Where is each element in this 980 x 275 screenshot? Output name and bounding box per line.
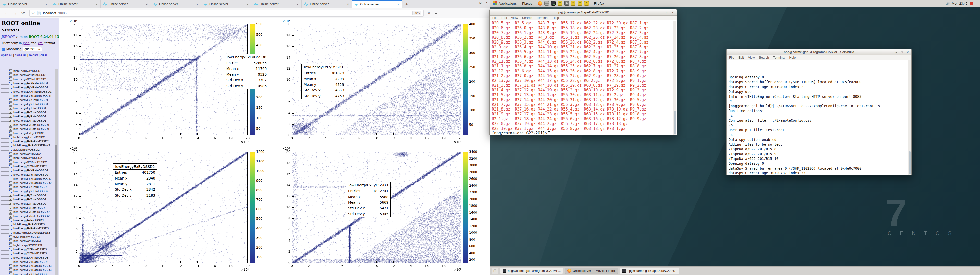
tab-close-icon[interactable]: × [195, 2, 199, 6]
x-axis-ticks: 02468101214161820 [292, 264, 460, 268]
jsroot-link[interactable]: JSROOT [2, 35, 15, 39]
menu-item[interactable]: Search [759, 56, 769, 59]
browser-tab[interactable]: Online server × [50, 0, 100, 8]
terminal-title-bar[interactable]: npg@carme-gsi:/TapeData/G22-201 – □ ✕ [490, 9, 676, 16]
reload-icon[interactable]: ⟳ [21, 11, 25, 15]
new-tab-button[interactable]: + [403, 0, 410, 8]
tab-close-icon[interactable]: × [296, 2, 299, 6]
histogram-tree: highEnergyXYDSSD1 lowEnergyXYRateDSSD1 l… [0, 69, 55, 275]
minimize-button[interactable]: – [896, 51, 897, 54]
minimize-button[interactable]: – [661, 11, 662, 14]
grid-layout-select[interactable]: grid 2x2⌄ [23, 47, 42, 51]
stat-row: Std Dev x2342 [113, 186, 157, 192]
url-bar[interactable]: 🛡 📄 localhost:8085 90% [29, 9, 424, 17]
menu-item[interactable]: Edit [738, 56, 744, 59]
terminal-output[interactable]: Opening dataspy 0dataSpy Shared buffer a… [727, 60, 912, 175]
tree-branch-line [1, 213, 9, 217]
tab-close-icon[interactable]: × [45, 2, 48, 6]
screenshot-launcher-icon[interactable] [564, 1, 569, 6]
menu-item[interactable]: Edit [501, 16, 507, 20]
reload-link[interactable]: reload [29, 54, 38, 57]
sidebar-scrollbar-thumb[interactable] [55, 145, 57, 247]
maximize-button[interactable]: □ [901, 51, 903, 54]
close-button[interactable]: ✕ [672, 11, 674, 14]
menu-item[interactable]: Help [789, 56, 796, 59]
menu-item[interactable]: File [729, 56, 734, 59]
monitoring-checkbox[interactable]: ✓ [2, 47, 5, 51]
plot-lowEnergyExEyDSSD0[interactable]: ×10³2018161412108642002468101214161820×1… [62, 19, 274, 147]
close-button[interactable]: ✕ [486, 1, 488, 4]
close-all-link[interactable]: close all [15, 54, 26, 57]
taskbar-window-button[interactable]: npg@carme-gsi:~/Programs/CARME... [500, 268, 563, 274]
open-all-link[interactable]: open all [1, 54, 12, 57]
stat-box[interactable]: lowEnergyExEyDSSD0Entries578055Mean x117… [224, 54, 269, 89]
overflow-chevron-icon[interactable]: » [428, 11, 430, 15]
zoom-level-indicator[interactable]: 90% [412, 11, 422, 15]
menu-item[interactable]: Help [552, 16, 559, 20]
forward-icon[interactable]: → [13, 11, 17, 15]
json-link[interactable]: json [23, 41, 30, 45]
volume-icon[interactable]: 🔊 [946, 2, 950, 5]
notification-badge-icon[interactable] [969, 2, 973, 5]
page-info-icon[interactable]: 📄 [37, 11, 41, 15]
back-icon[interactable]: ← [5, 11, 8, 15]
menu-item[interactable]: Terminal [773, 56, 785, 59]
browser-tab[interactable]: Online server × [100, 0, 151, 8]
applications-menu[interactable]: Applications [499, 2, 517, 5]
firefox-launcher-icon[interactable] [538, 1, 542, 6]
taskbar-window-button[interactable]: Online server — Mozilla Firefox [565, 268, 617, 274]
tab-close-icon[interactable]: × [145, 2, 148, 6]
terminal-output[interactable]: R20_5.gz R3_5.gz R43_7.gz R55_17.gz R62_… [490, 21, 676, 135]
active-app-name[interactable]: Firefox [594, 2, 604, 5]
clear-link[interactable]: clear [40, 54, 47, 57]
tab-close-icon[interactable]: × [346, 2, 350, 6]
terminal-scrollbar[interactable] [908, 60, 911, 175]
terminal-title-bar[interactable]: npg@carme-gsi:~/Programs/CARME_Sort/buil… [727, 49, 912, 55]
menu-item[interactable]: View [748, 56, 755, 59]
shield-icon[interactable]: 🛡 [32, 11, 35, 15]
menu-item[interactable]: Search [522, 16, 532, 20]
taskbar-window-button[interactable]: npg@carme-gsi:/TapeData/G22-201 [620, 268, 679, 274]
stat-box[interactable]: lowEnergyExEyDSSD3Entries1832741Mean x55… [346, 182, 391, 217]
file-list-row: R21_3.gz R37_11.gz R44_18.gz R55_29.gz R… [492, 83, 676, 88]
files-launcher-icon[interactable] [544, 1, 549, 6]
y-axis-ticks: 20181614121086420 [281, 22, 290, 137]
browser-tab[interactable]: Online server × [251, 0, 302, 8]
browser-tab[interactable]: Online server × [0, 0, 50, 8]
stat-box[interactable]: lowEnergyExEyDSSD1Entries301079Mean x429… [301, 64, 346, 99]
midas-launcher-icon[interactable]: M [578, 1, 582, 6]
terminal-launcher-icon[interactable]: >_ [551, 1, 555, 6]
close-button[interactable]: ✕ [907, 51, 909, 54]
tree-item[interactable]: lowEnergyExXTotalDSSD3 [0, 272, 55, 275]
maximize-button[interactable]: ◻ [479, 1, 482, 4]
plot-grid: ×10³2018161412108642002468101214161820×1… [59, 18, 490, 275]
applications-menu-icon[interactable] [493, 1, 496, 5]
xml-link[interactable]: xml [38, 41, 43, 45]
plot-lowEnergyExEyDSSD3[interactable]: ×10³2018161412108642002468101214161820×1… [275, 147, 487, 275]
places-menu[interactable]: Places [522, 2, 532, 5]
minimize-button[interactable]: — [473, 1, 475, 4]
menu-item[interactable]: View [511, 16, 518, 20]
tree-item-label: lowEnergyXYDSSD3 [13, 239, 41, 242]
maximize-button[interactable]: □ [666, 11, 668, 14]
menu-item[interactable]: File [492, 16, 497, 20]
tab-close-icon[interactable]: × [396, 3, 400, 6]
terminal-scrollbar[interactable] [673, 21, 676, 135]
show-desktop-icon[interactable]: ❐ [492, 268, 498, 274]
hamburger-menu-icon[interactable]: ≡ [434, 11, 437, 15]
plot-lowEnergyExEyDSSD1[interactable]: ×10³2018161412108642002468101214161820×1… [275, 19, 487, 147]
browser-tab[interactable]: Online server × [201, 0, 251, 8]
stat-row: Mean x11790 [224, 66, 269, 71]
stat-box[interactable]: lowEnergyExEyDSSD2Entries401750Mean x294… [113, 163, 158, 198]
menu-item[interactable]: Terminal [536, 16, 548, 20]
clock[interactable]: Mon 23:49 [952, 2, 967, 5]
browser-tab[interactable]: Online server × [352, 0, 402, 8]
tab-close-icon[interactable]: × [95, 2, 98, 6]
browser-tab[interactable]: Online server × [302, 0, 352, 8]
browser-tab[interactable]: Online server × [151, 0, 201, 8]
midas-launcher-icon[interactable]: M [558, 1, 562, 6]
midas-launcher-icon[interactable]: M [571, 1, 576, 6]
plot-lowEnergyExEyDSSD2[interactable]: ×10³2018161412108642002468101214161820×1… [62, 147, 274, 275]
tab-close-icon[interactable]: × [245, 2, 249, 6]
midas-launcher-icon[interactable]: M [584, 1, 589, 6]
